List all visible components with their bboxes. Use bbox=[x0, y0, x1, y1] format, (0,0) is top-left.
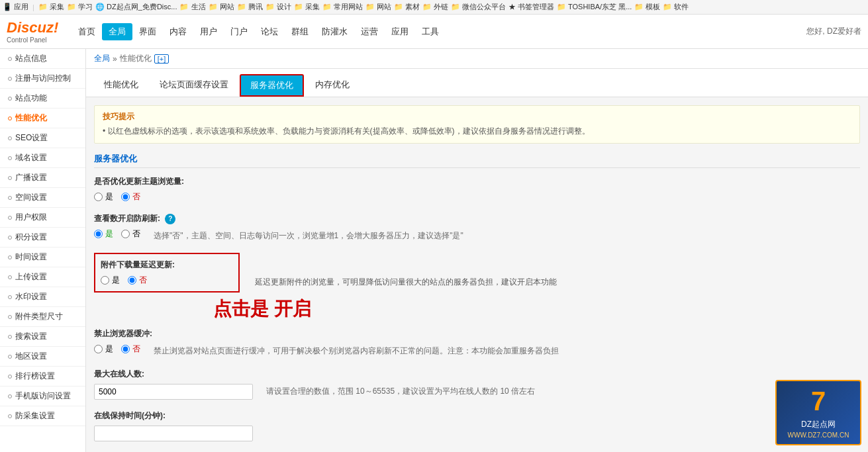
dot-icon bbox=[8, 275, 12, 279]
sidebar-item-ranking[interactable]: 排行榜设置 bbox=[0, 367, 85, 386]
radio-input-refresh-no[interactable] bbox=[121, 230, 130, 238]
bm-external[interactable]: 📁 外链 bbox=[422, 2, 448, 12]
nav-operation[interactable]: 运营 bbox=[354, 23, 385, 40]
dot-icon bbox=[8, 375, 12, 379]
sidebar-item-register[interactable]: 注册与访问控制 bbox=[0, 69, 85, 89]
nav-portal[interactable]: 门户 bbox=[224, 23, 254, 40]
help-icon[interactable]: ? bbox=[165, 214, 175, 224]
radio-input-cache-no[interactable] bbox=[121, 345, 130, 353]
sidebar-item-search[interactable]: 搜索设置 bbox=[0, 327, 85, 347]
user-greeting: 您好, DZ爱好者 bbox=[806, 26, 861, 37]
tab-cache[interactable]: 论坛页面缓存设置 bbox=[150, 74, 238, 97]
sidebar-item-anti-collect[interactable]: 防采集设置 bbox=[0, 406, 85, 426]
ad-logo: 7 bbox=[782, 386, 855, 416]
radio-input-optimize-yes[interactable] bbox=[94, 193, 103, 201]
nav-app[interactable]: 应用 bbox=[385, 23, 415, 40]
bm-collect[interactable]: 📁 采集 bbox=[38, 2, 64, 12]
nav-interface[interactable]: 界面 bbox=[132, 23, 163, 40]
sidebar-item-site-func[interactable]: 站点功能 bbox=[0, 89, 85, 109]
radio-optimize-no[interactable]: 否 bbox=[121, 191, 140, 203]
sidebar-item-site-info[interactable]: 站点信息 bbox=[0, 49, 85, 69]
bm-web2[interactable]: 📁 网站 bbox=[365, 2, 391, 12]
radio-attachment-yes[interactable]: 是 bbox=[101, 275, 120, 286]
sidebar-item-space[interactable]: 空间设置 bbox=[0, 188, 85, 208]
bm-tencent[interactable]: 📁 腾讯 bbox=[237, 2, 263, 12]
sidebar-item-mobile[interactable]: 手机版访问设置 bbox=[0, 386, 85, 406]
radio-cache-no[interactable]: 否 bbox=[121, 343, 140, 355]
nav-tools[interactable]: 工具 bbox=[415, 23, 446, 40]
bm-bookmark[interactable]: ★ 书签管理器 bbox=[508, 2, 554, 12]
dot-icon bbox=[8, 315, 12, 319]
bm-website[interactable]: 📁 网站 bbox=[209, 2, 234, 12]
bm-apps[interactable]: 📱 应用 bbox=[3, 2, 28, 12]
bm-toshiba[interactable]: 📁 TOSHIBA/东芝 黑... bbox=[557, 2, 632, 12]
nav-home[interactable]: 首页 bbox=[72, 23, 102, 40]
sidebar-item-credits[interactable]: 积分设置 bbox=[0, 228, 85, 248]
bm-dz[interactable]: 🌐 DZ起点网_免费Disc... bbox=[95, 2, 177, 12]
nav-content[interactable]: 内容 bbox=[163, 23, 193, 40]
breadcrumb-sep: » bbox=[113, 54, 117, 64]
field-optimize-views: 是否优化更新主题浏览量: 是 否 bbox=[94, 176, 860, 203]
field-online-time: 在线保持时间(分钟): bbox=[94, 410, 860, 441]
bm-common[interactable]: 📁 常用网站 bbox=[322, 2, 363, 12]
field-desc-max-online: 请设置合理的数值，范围 10～65535，建议设置为平均在线人数的 10 倍左右 bbox=[266, 384, 860, 398]
dot-icon bbox=[8, 136, 12, 140]
click-hint-container: 点击是 开启 bbox=[213, 296, 860, 322]
nav-forum[interactable]: 论坛 bbox=[254, 23, 285, 40]
breadcrumb-add[interactable]: [+] bbox=[154, 54, 169, 64]
bm-wechat[interactable]: 📁 微信公众平台 bbox=[451, 2, 506, 12]
sidebar-item-domain[interactable]: 域名设置 bbox=[0, 148, 85, 168]
radio-input-attachment-yes[interactable] bbox=[101, 276, 109, 285]
sidebar-label: 用户权限 bbox=[15, 212, 47, 223]
field-label-cache: 禁止浏览器缓冲: bbox=[94, 328, 860, 339]
nav-user[interactable]: 用户 bbox=[193, 23, 224, 40]
tab-performance[interactable]: 性能优化 bbox=[94, 74, 148, 97]
sidebar-label: 广播设置 bbox=[15, 172, 47, 183]
radio-input-refresh-yes[interactable] bbox=[94, 230, 103, 238]
bm-material[interactable]: 📁 素材 bbox=[394, 2, 420, 12]
sidebar-label: 水印设置 bbox=[15, 291, 47, 302]
radio-optimize-yes[interactable]: 是 bbox=[94, 191, 113, 203]
tab-server[interactable]: 服务器优化 bbox=[240, 74, 304, 97]
sidebar-item-watermark[interactable]: 水印设置 bbox=[0, 287, 85, 307]
nav-global[interactable]: 全局 bbox=[102, 23, 132, 40]
sidebar-item-seo[interactable]: SEO设置 bbox=[0, 128, 85, 148]
tip-content: • 以红色虚线标示的选项，表示该选项和系统效率、负载能力与资源消耗有关(提高效率… bbox=[103, 125, 851, 138]
radio-attachment-no[interactable]: 否 bbox=[128, 275, 147, 286]
nav-antispam[interactable]: 防灌水 bbox=[315, 23, 354, 40]
sidebar-label: 站点信息 bbox=[15, 53, 47, 64]
bm-design[interactable]: 📁 设计 bbox=[265, 2, 291, 12]
field-label-online-time: 在线保持时间(分钟): bbox=[94, 410, 860, 422]
radio-input-attachment-no[interactable] bbox=[128, 276, 136, 285]
input-max-online[interactable] bbox=[94, 384, 253, 400]
radio-refresh-yes[interactable]: 是 bbox=[94, 228, 113, 240]
breadcrumb-root[interactable]: 全局 bbox=[94, 53, 110, 64]
field-attachment-delay: 附件下载量延迟更新: 是 否 延迟更新附件的浏览量，可 bbox=[94, 253, 860, 293]
radio-group-refresh: 是 否 bbox=[94, 228, 140, 240]
bm-template[interactable]: 📁 模板 bbox=[634, 2, 660, 12]
radio-refresh-no[interactable]: 否 bbox=[121, 228, 140, 240]
sidebar-item-time[interactable]: 时间设置 bbox=[0, 248, 85, 267]
sidebar-item-broadcast[interactable]: 广播设置 bbox=[0, 168, 85, 188]
bm-software[interactable]: 📁 软件 bbox=[663, 2, 689, 12]
ad-number: 7 bbox=[811, 386, 826, 416]
bm-collect2[interactable]: 📁 采集 bbox=[294, 2, 320, 12]
sidebar-item-attachment[interactable]: 附件类型尺寸 bbox=[0, 307, 85, 327]
bm-life[interactable]: 📁 生活 bbox=[179, 2, 205, 12]
bm-learn[interactable]: 📁 学习 bbox=[67, 2, 93, 12]
sidebar-item-performance[interactable]: 性能优化 bbox=[0, 109, 85, 128]
radio-input-cache-yes[interactable] bbox=[94, 345, 103, 353]
sidebar-label: 性能优化 bbox=[15, 113, 47, 124]
sidebar-item-region[interactable]: 地区设置 bbox=[0, 347, 85, 367]
field-label-anti-refresh: 查看数开启防刷新: ? bbox=[94, 213, 860, 224]
sidebar-item-upload[interactable]: 上传设置 bbox=[0, 267, 85, 287]
input-online-time[interactable] bbox=[94, 426, 253, 441]
radio-cache-yes[interactable]: 是 bbox=[94, 343, 113, 355]
tab-memory[interactable]: 内存优化 bbox=[305, 74, 360, 97]
sidebar-item-permission[interactable]: 用户权限 bbox=[0, 208, 85, 228]
radio-label-yes: 是 bbox=[112, 275, 120, 286]
radio-input-optimize-no[interactable] bbox=[121, 193, 130, 201]
nav-group[interactable]: 群组 bbox=[285, 23, 315, 40]
dot-icon bbox=[8, 236, 12, 240]
tab-bar: 性能优化 论坛页面缓存设置 服务器优化 内存优化 bbox=[86, 69, 868, 97]
